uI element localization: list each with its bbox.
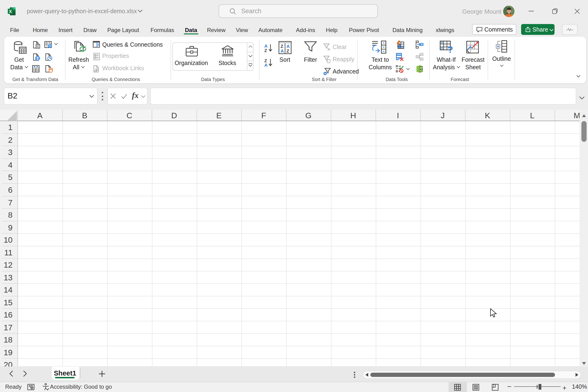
svg-text:A: A [286, 44, 290, 49]
svg-text:Z: Z [264, 48, 267, 52]
svg-text:X: X [9, 9, 12, 14]
svg-text:A: A [280, 48, 284, 54]
svg-text:A: A [264, 63, 268, 67]
svg-text:Z: Z [264, 58, 267, 63]
svg-text:Z: Z [280, 44, 284, 49]
svg-text:Z: Z [286, 48, 289, 54]
svg-text:A: A [264, 44, 268, 48]
svg-text:?: ? [448, 45, 453, 54]
